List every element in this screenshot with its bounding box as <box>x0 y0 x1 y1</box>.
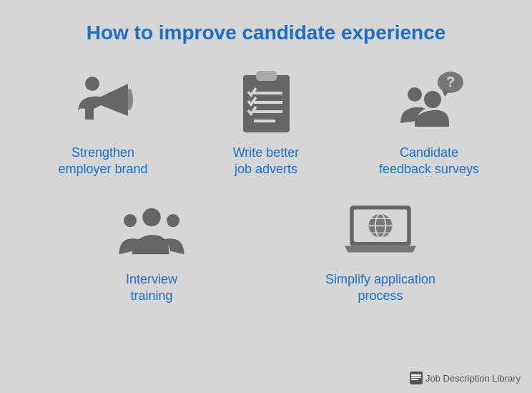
interview-training-label: Interviewtraining <box>126 271 177 305</box>
feedback-surveys-label: Candidatefeedback surveys <box>379 145 479 178</box>
svg-point-9 <box>424 91 441 108</box>
watermark: Job Description Library <box>410 372 521 384</box>
watermark-text: Job Description Library <box>425 373 521 384</box>
svg-text:?: ? <box>446 74 455 89</box>
item-job-adverts: Write betterjob adverts <box>194 66 338 178</box>
feedback-surveys-icon: ? <box>393 66 465 137</box>
top-row: Strengthenemployer brand <box>21 66 511 178</box>
interview-training-icon <box>116 193 187 264</box>
svg-point-15 <box>167 214 179 227</box>
employer-brand-icon <box>67 66 139 137</box>
main-container: How to improve candidate experience Stre… <box>0 0 532 393</box>
page-title: How to improve candidate experience <box>87 21 446 44</box>
job-adverts-label: Write betterjob adverts <box>233 145 300 178</box>
svg-point-1 <box>126 89 133 110</box>
svg-rect-26 <box>411 374 421 376</box>
svg-point-8 <box>408 87 422 102</box>
svg-point-13 <box>142 208 160 226</box>
application-process-label: Simplify applicationprocess <box>325 271 435 305</box>
employer-brand-label: Strengthenemployer brand <box>58 145 147 178</box>
application-process-icon <box>345 193 416 264</box>
bottom-row: Interviewtraining <box>21 193 511 305</box>
item-employer-brand: Strengthenemployer brand <box>31 66 174 178</box>
svg-rect-25 <box>411 379 418 380</box>
item-feedback-surveys: ? Candidatefeedback surveys <box>358 66 501 178</box>
item-interview-training: Interviewtraining <box>80 193 223 305</box>
job-adverts-icon <box>230 66 302 137</box>
svg-rect-3 <box>256 71 277 81</box>
svg-rect-24 <box>411 377 421 378</box>
svg-point-14 <box>124 214 137 227</box>
svg-point-0 <box>85 77 99 91</box>
item-application-process: Simplify applicationprocess <box>309 193 452 305</box>
